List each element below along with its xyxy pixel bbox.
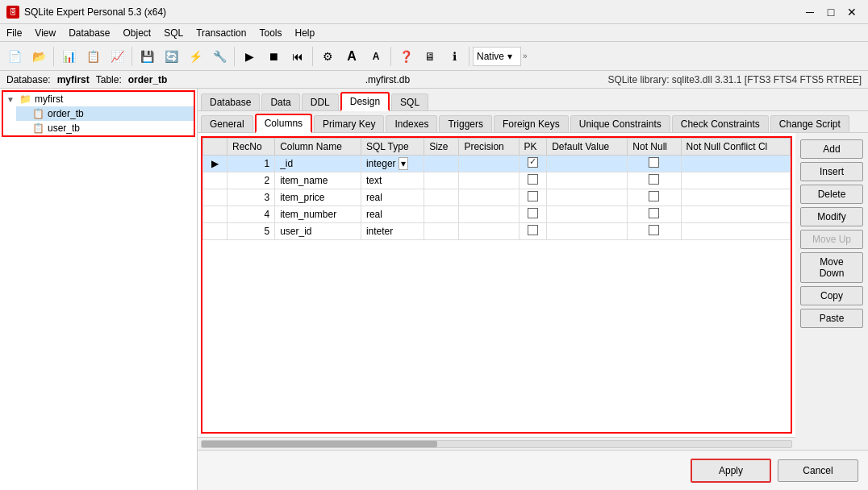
menu-transaction[interactable]: Transaction: [190, 26, 252, 40]
toolbar-new[interactable]: 📄: [3, 45, 26, 68]
tab-sql[interactable]: SQL: [391, 93, 428, 110]
pk-checkbox[interactable]: [528, 174, 538, 185]
database-label: Database:: [6, 74, 51, 85]
toolbar-more[interactable]: »: [523, 52, 528, 60]
toolbar-info[interactable]: ℹ: [443, 45, 465, 68]
menu-file[interactable]: File: [0, 26, 28, 40]
cell-pk: [519, 206, 547, 223]
sqlite-lib: SQLite library: sqlite3.dll 3.31.1 [FTS3…: [607, 74, 862, 85]
subtab-indexes[interactable]: Indexes: [386, 115, 437, 132]
notnull-checkbox[interactable]: [649, 174, 659, 185]
subtab-primarykey[interactable]: Primary Key: [314, 115, 384, 132]
subtab-changescript[interactable]: Change Script: [770, 115, 849, 132]
toolbar-settings[interactable]: ⚙: [316, 45, 339, 68]
pk-checkbox[interactable]: [528, 208, 538, 218]
data-grid[interactable]: RecNo Column Name SQL Type Size Precisio…: [202, 138, 791, 432]
notnull-checkbox[interactable]: [649, 225, 659, 235]
pk-checkbox[interactable]: [528, 157, 538, 168]
apply-button[interactable]: Apply: [691, 459, 771, 483]
row-pointer: [203, 172, 227, 189]
tab-data[interactable]: Data: [261, 93, 299, 110]
table-row[interactable]: 3item_pricereal: [203, 189, 791, 206]
menu-object[interactable]: Object: [117, 26, 158, 40]
sidebar-item-order-tb[interactable]: 📋 order_tb: [16, 106, 194, 121]
cell-colname: user_id: [275, 223, 361, 240]
cell-sqltype: text: [361, 172, 424, 189]
subtab-check[interactable]: Check Constraints: [672, 115, 769, 132]
horizontal-scrollbar[interactable]: [198, 437, 795, 450]
grid-area: RecNo Column Name SQL Type Size Precisio…: [198, 133, 795, 450]
menu-help[interactable]: Help: [288, 26, 321, 40]
menu-sql[interactable]: SQL: [157, 26, 190, 40]
button-panel: Add Insert Delete Modify Move Up Move Do…: [795, 133, 868, 450]
sidebar-item-user-tb[interactable]: 📋 user_tb: [16, 121, 194, 135]
toolbar-help[interactable]: ❓: [394, 45, 417, 68]
menu-view[interactable]: View: [28, 26, 62, 40]
tree-children: 📋 order_tb 📋 user_tb: [3, 106, 194, 135]
insert-button[interactable]: Insert: [800, 162, 863, 181]
tab-database[interactable]: Database: [201, 93, 260, 110]
toolbar-btn5[interactable]: 📈: [106, 45, 128, 68]
toolbar-btn4[interactable]: 📋: [81, 45, 104, 68]
toolbar-stop[interactable]: ⏹: [262, 45, 285, 68]
table-container: RecNo Column Name SQL Type Size Precisio…: [198, 133, 868, 450]
toolbar-font[interactable]: A: [340, 45, 363, 68]
sqltype-dropdown[interactable]: ▾: [399, 157, 408, 170]
move-up-button[interactable]: Move Up: [800, 230, 863, 249]
order-tb-label: order_tb: [48, 108, 84, 119]
native-dropdown[interactable]: Native ▾: [473, 47, 521, 66]
toolbar-btn9[interactable]: 🔧: [208, 45, 231, 68]
table-icon: 📋: [32, 108, 44, 119]
minimize-button[interactable]: ─: [800, 4, 820, 20]
cell-sqltype: integer ▾: [361, 156, 424, 172]
table-row[interactable]: ▶1_idinteger ▾: [203, 156, 791, 172]
toolbar-btn8[interactable]: ⚡: [184, 45, 207, 68]
toolbar-monitor[interactable]: 🖥: [419, 45, 441, 68]
db-file: .myfirst.db: [173, 74, 601, 85]
close-button[interactable]: ✕: [842, 4, 862, 20]
subtab-general[interactable]: General: [201, 115, 253, 132]
copy-button[interactable]: Copy: [800, 286, 863, 305]
cell-notnull: [628, 206, 681, 223]
menu-tools[interactable]: Tools: [252, 26, 288, 40]
pk-checkbox[interactable]: [528, 225, 538, 235]
maximize-button[interactable]: □: [821, 4, 841, 20]
toolbar-open[interactable]: 📂: [27, 45, 50, 68]
toolbar-sep6: [469, 47, 469, 66]
cell-recno: 3: [227, 189, 275, 206]
pk-checkbox[interactable]: [528, 191, 538, 201]
sidebar-item-myfirst[interactable]: ▼ 📁 myfirst: [3, 92, 194, 106]
col-header-colname: Column Name: [275, 139, 361, 156]
table-icon2: 📋: [32, 122, 44, 134]
table-row[interactable]: 5user_idinteter: [203, 223, 791, 240]
notnull-checkbox[interactable]: [649, 191, 659, 201]
subtab-foreignkeys[interactable]: Foreign Keys: [494, 115, 569, 132]
main-tab-bar: Database Data DDL Design SQL: [198, 89, 868, 111]
delete-button[interactable]: Delete: [800, 185, 863, 204]
tab-design[interactable]: Design: [340, 92, 390, 111]
row-pointer: [203, 189, 227, 206]
cancel-button[interactable]: Cancel: [778, 459, 858, 482]
toolbar-font2[interactable]: A: [365, 45, 387, 68]
add-button[interactable]: Add: [800, 139, 863, 159]
toolbar-back[interactable]: ⏮: [286, 45, 309, 68]
modify-button[interactable]: Modify: [800, 207, 863, 226]
notnull-checkbox[interactable]: [649, 208, 659, 218]
toolbar-sep5: [390, 47, 391, 66]
notnull-checkbox[interactable]: [649, 157, 659, 168]
toolbar-btn6[interactable]: 💾: [136, 45, 158, 68]
table-row[interactable]: 4item_numberreal: [203, 206, 791, 223]
toolbar-btn3[interactable]: 📊: [57, 45, 80, 68]
toolbar-sep3: [234, 47, 235, 66]
paste-button[interactable]: Paste: [800, 309, 863, 328]
menu-database[interactable]: Database: [62, 26, 116, 40]
table-row[interactable]: 2item_nametext: [203, 172, 791, 189]
toolbar-play[interactable]: ▶: [238, 45, 261, 68]
cell-conflict: [681, 223, 790, 240]
toolbar-btn7[interactable]: 🔄: [160, 45, 182, 68]
subtab-triggers[interactable]: Triggers: [439, 115, 492, 132]
subtab-unique[interactable]: Unique Constraints: [570, 115, 670, 132]
tab-ddl[interactable]: DDL: [302, 93, 339, 110]
subtab-columns[interactable]: Columns: [255, 114, 312, 133]
move-down-button[interactable]: Move Down: [800, 252, 863, 283]
